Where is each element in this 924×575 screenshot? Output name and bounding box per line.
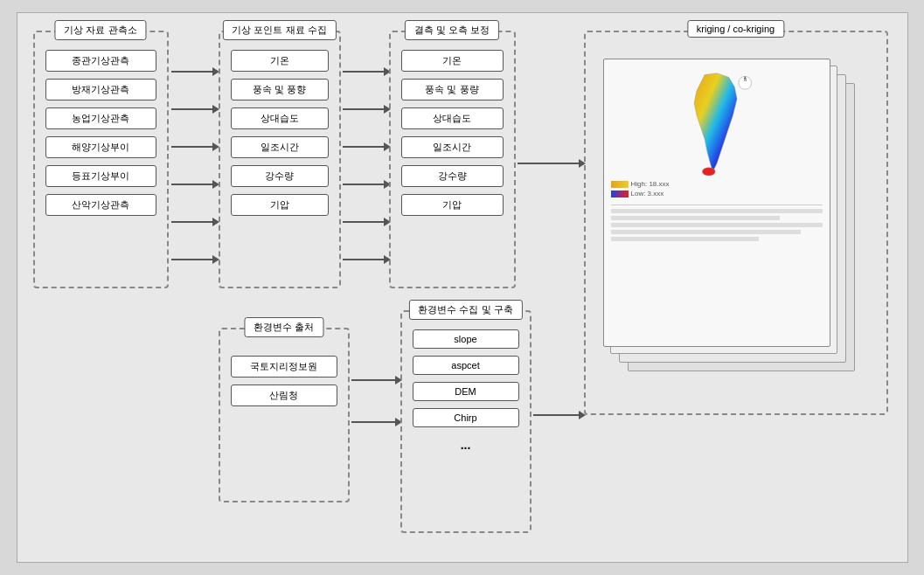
korea-map-svg: N bbox=[673, 71, 761, 176]
collection-item-5: 기압 bbox=[231, 194, 329, 216]
env-collect-item-1: aspcet bbox=[413, 356, 519, 375]
station-box: 기상 자료 관측소 종관기상관측 방재기상관측 농업기상관측 해양기상부이 등표… bbox=[33, 31, 169, 288]
collection-item-2: 상대습도 bbox=[231, 107, 329, 129]
collection-item-4: 강수량 bbox=[231, 165, 329, 187]
correction-item-5: 기압 bbox=[401, 194, 504, 216]
arrow-s3-c3 bbox=[171, 180, 219, 189]
collection-box: 기상 포인트 재료 수집 기온 풍속 및 풍향 상대습도 일조시간 강수량 기압 bbox=[219, 31, 341, 288]
env-collect-title: 환경변수 수집 및 구축 bbox=[408, 300, 522, 320]
correction-title: 결측 및 오측 보정 bbox=[405, 20, 499, 40]
correction-box: 결측 및 오측 보정 기온 풍속 및 풍량 상대습도 일조시간 강수량 기압 bbox=[389, 31, 516, 288]
env-collect-item-3: Chirp bbox=[413, 408, 519, 427]
env-source-item-1: 산림청 bbox=[231, 384, 337, 406]
station-item-0: 종관기상관측 bbox=[45, 50, 156, 72]
arrow-envsrc1-envcol bbox=[351, 418, 402, 426]
arrow-c3-r3 bbox=[343, 180, 391, 189]
env-collect-item-0: slope bbox=[413, 329, 519, 349]
collection-title: 기상 포인트 재료 수집 bbox=[222, 20, 336, 40]
arrow-s0-c0 bbox=[171, 67, 219, 76]
correction-item-0: 기온 bbox=[401, 50, 504, 72]
arrow-s2-c2 bbox=[171, 142, 219, 151]
env-collect-box: 환경변수 수집 및 구축 slope aspcet DEM Chirp ... bbox=[400, 310, 531, 533]
diagram: 기상 자료 관측소 종관기상관측 방재기상관측 농업기상관측 해양기상부이 등표… bbox=[17, 12, 908, 563]
station-title: 기상 자료 관측소 bbox=[54, 20, 146, 40]
kriging-box: kriging / co-kriging bbox=[584, 31, 888, 415]
arrow-correction-kriging bbox=[518, 159, 586, 168]
station-item-4: 등표기상부이 bbox=[45, 165, 156, 187]
env-source-items: 국토지리정보원 산림청 bbox=[220, 329, 348, 417]
arrow-envcol-kriging bbox=[533, 411, 586, 419]
env-source-box: 환경변수 출처 국토지리정보원 산림청 bbox=[219, 328, 350, 502]
collection-item-0: 기온 bbox=[231, 50, 329, 72]
env-collect-item-2: DEM bbox=[413, 382, 519, 401]
station-item-2: 농업기상관측 bbox=[45, 107, 156, 129]
correction-item-3: 일조시간 bbox=[401, 136, 504, 158]
arrow-s1-c1 bbox=[171, 105, 219, 114]
station-items: 종관기상관측 방재기상관측 농업기상관측 해양기상부이 등표기상부이 산악기상관… bbox=[35, 32, 167, 226]
collection-item-3: 일조시간 bbox=[231, 136, 329, 158]
arrow-c4-r4 bbox=[343, 218, 391, 226]
arrow-c2-r2 bbox=[343, 142, 391, 151]
arrow-c0-r0 bbox=[343, 67, 391, 76]
arrow-envsrc0-envcol bbox=[351, 376, 402, 384]
env-source-title: 환경변수 출처 bbox=[244, 317, 323, 337]
correction-item-4: 강수량 bbox=[401, 165, 504, 187]
arrow-c5-r5 bbox=[343, 255, 391, 264]
correction-item-1: 풍속 및 풍량 bbox=[401, 79, 504, 100]
env-source-item-0: 국토지리정보원 bbox=[231, 356, 337, 378]
arrow-s4-c4 bbox=[171, 218, 219, 226]
kriging-title: kriging / co-kriging bbox=[687, 20, 784, 38]
svg-point-0 bbox=[702, 168, 715, 176]
arrow-s5-c5 bbox=[171, 255, 219, 264]
station-item-3: 해양기상부이 bbox=[45, 136, 156, 158]
station-item-1: 방재기상관측 bbox=[45, 79, 156, 100]
station-item-5: 산악기상관측 bbox=[45, 194, 156, 216]
correction-item-2: 상대습도 bbox=[401, 107, 504, 129]
arrow-c1-r1 bbox=[343, 105, 391, 114]
collection-items: 기온 풍속 및 풍향 상대습도 일조시간 강수량 기압 bbox=[220, 32, 339, 226]
env-collect-items: slope aspcet DEM Chirp ... bbox=[402, 312, 530, 466]
collection-item-1: 풍속 및 풍향 bbox=[231, 79, 329, 100]
env-collect-item-4: ... bbox=[413, 434, 519, 455]
correction-items: 기온 풍속 및 풍량 상대습도 일조시간 강수량 기압 bbox=[391, 32, 514, 226]
